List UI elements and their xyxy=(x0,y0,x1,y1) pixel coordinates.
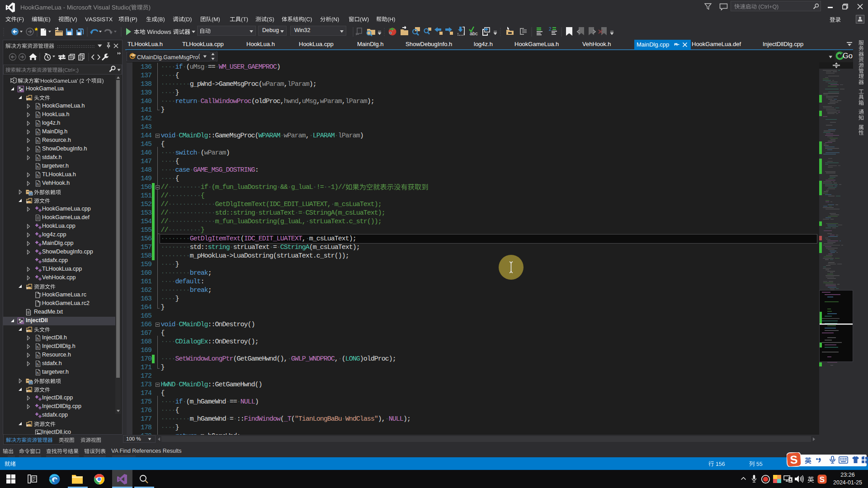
svg-text:S: S xyxy=(790,453,798,466)
svg-text:S: S xyxy=(820,475,825,484)
